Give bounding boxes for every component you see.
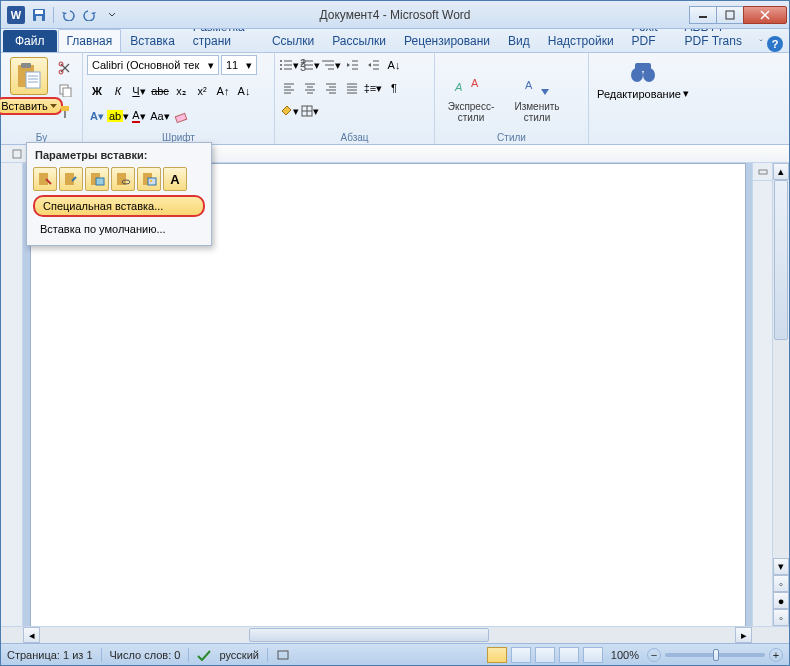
font-name-combo[interactable]: Calibri (Основной тек▾ xyxy=(87,55,219,75)
status-words[interactable]: Число слов: 0 xyxy=(110,649,181,661)
shrink-font-button[interactable]: A↓ xyxy=(234,81,254,101)
strikethrough-button[interactable]: abc xyxy=(150,81,170,101)
view-full-screen[interactable] xyxy=(511,647,531,663)
maximize-button[interactable] xyxy=(716,6,744,24)
align-center-icon xyxy=(304,82,316,94)
copy-button[interactable] xyxy=(55,81,75,99)
paste-dropdown-menu: Параметры вставки: A Специальная вставка… xyxy=(26,142,212,246)
tab-mailings[interactable]: Рассылки xyxy=(323,29,395,52)
file-tab[interactable]: Файл xyxy=(3,30,57,52)
paste-merge-button[interactable] xyxy=(59,167,83,191)
align-center-button[interactable] xyxy=(300,78,320,98)
superscript-button[interactable]: x² xyxy=(192,81,212,101)
tab-view[interactable]: Вид xyxy=(499,29,539,52)
editing-button[interactable]: Редактирование▾ xyxy=(593,55,693,100)
status-insert-mode[interactable] xyxy=(276,649,290,661)
paste-special-menuitem[interactable]: Специальная вставка... xyxy=(33,195,205,217)
scroll-down-button[interactable]: ▾ xyxy=(773,558,789,575)
font-color-button[interactable]: A▾ xyxy=(129,106,149,126)
tab-insert[interactable]: Вставка xyxy=(121,29,184,52)
paste-button[interactable]: Вставить xyxy=(5,55,53,115)
bullets-button[interactable]: ▾ xyxy=(279,55,299,75)
scroll-v-track[interactable] xyxy=(773,180,789,558)
text-effects-button[interactable]: A▾ xyxy=(87,106,107,126)
scroll-h-track[interactable] xyxy=(40,627,735,643)
multilevel-list-button[interactable]: ▾ xyxy=(321,55,341,75)
change-styles-button[interactable]: A Изменить стили xyxy=(505,63,569,123)
justify-button[interactable] xyxy=(342,78,362,98)
change-styles-label: Изменить стили xyxy=(505,101,569,123)
scroll-v-thumb[interactable] xyxy=(774,180,788,340)
prev-page-button[interactable]: ◦ xyxy=(773,575,789,592)
view-web-layout[interactable] xyxy=(535,647,555,663)
status-spellcheck[interactable] xyxy=(197,649,211,661)
ribbon-tabs: Файл Главная Вставка Разметка страни Ссы… xyxy=(1,29,789,53)
cut-button[interactable] xyxy=(55,59,75,77)
sort-button[interactable]: A↓ xyxy=(384,55,404,75)
horizontal-scrollbar[interactable]: ◂ ▸ xyxy=(1,626,789,643)
paste-picture-button[interactable] xyxy=(85,167,109,191)
view-outline[interactable] xyxy=(559,647,579,663)
clear-formatting-button[interactable] xyxy=(171,106,191,126)
zoom-percent[interactable]: 100% xyxy=(611,649,639,661)
italic-button[interactable]: К xyxy=(108,81,128,101)
bold-button[interactable]: Ж xyxy=(87,81,107,101)
minimize-ribbon-button[interactable]: ˇ xyxy=(759,38,763,50)
borders-icon xyxy=(301,105,313,117)
redo-button[interactable] xyxy=(80,5,100,25)
quick-styles-button[interactable]: AA Экспресс-стили xyxy=(439,63,503,123)
status-page[interactable]: Страница: 1 из 1 xyxy=(7,649,93,661)
browse-object-button[interactable]: ● xyxy=(773,592,789,609)
show-marks-button[interactable]: ¶ xyxy=(384,78,404,98)
scissors-icon xyxy=(58,61,72,75)
paste-split-button[interactable]: Вставить xyxy=(0,97,63,115)
status-language[interactable]: русский xyxy=(219,649,258,661)
next-page-button[interactable]: ◦ xyxy=(773,609,789,626)
undo-button[interactable] xyxy=(58,5,78,25)
change-case-button[interactable]: Aa▾ xyxy=(150,106,170,126)
outdent-icon xyxy=(346,59,358,71)
eraser-icon xyxy=(174,109,188,123)
scroll-h-thumb[interactable] xyxy=(249,628,489,642)
paste-link-button[interactable] xyxy=(111,167,135,191)
view-print-layout[interactable] xyxy=(487,647,507,663)
align-right-button[interactable] xyxy=(321,78,341,98)
paste-default-menuitem[interactable]: Вставка по умолчанию... xyxy=(33,219,205,239)
qat-customize-button[interactable] xyxy=(102,5,122,25)
close-button[interactable] xyxy=(743,6,787,24)
save-button[interactable] xyxy=(29,5,49,25)
line-spacing-button[interactable]: ‡≡▾ xyxy=(363,78,383,98)
scroll-right-button[interactable]: ▸ xyxy=(735,627,752,643)
help-button[interactable]: ? xyxy=(767,36,783,52)
borders-button[interactable]: ▾ xyxy=(300,101,320,121)
shading-button[interactable]: ▾ xyxy=(279,101,299,121)
tab-review[interactable]: Рецензировани xyxy=(395,29,499,52)
align-left-button[interactable] xyxy=(279,78,299,98)
zoom-out-button[interactable]: − xyxy=(647,648,661,662)
view-draft[interactable] xyxy=(583,647,603,663)
numbering-button[interactable]: 123▾ xyxy=(300,55,320,75)
scroll-left-button[interactable]: ◂ xyxy=(23,627,40,643)
grow-font-button[interactable]: A↑ xyxy=(213,81,233,101)
zoom-slider-knob[interactable] xyxy=(713,649,719,661)
tab-addins[interactable]: Надстройки xyxy=(539,29,623,52)
subscript-button[interactable]: x₂ xyxy=(171,81,191,101)
highlight-color-button[interactable]: ab▾ xyxy=(108,106,128,126)
format-painter-button[interactable] xyxy=(55,103,75,121)
tab-home[interactable]: Главная xyxy=(58,29,122,52)
vertical-ruler[interactable] xyxy=(1,163,23,626)
tab-references[interactable]: Ссылки xyxy=(263,29,323,52)
increase-indent-button[interactable] xyxy=(363,55,383,75)
vertical-scrollbar[interactable]: ▴ ▾ ◦ ● ◦ xyxy=(772,163,789,626)
decrease-indent-button[interactable] xyxy=(342,55,362,75)
paste-text-only-button[interactable]: A xyxy=(163,167,187,191)
paste-keep-source-button[interactable] xyxy=(33,167,57,191)
zoom-in-button[interactable]: + xyxy=(769,648,783,662)
ruler-toggle-right[interactable] xyxy=(753,163,772,181)
zoom-slider[interactable] xyxy=(665,653,765,657)
underline-button[interactable]: Ч▾ xyxy=(129,81,149,101)
paste-keep-text-button[interactable] xyxy=(137,167,161,191)
font-size-combo[interactable]: 11▾ xyxy=(221,55,257,75)
minimize-button[interactable] xyxy=(689,6,717,24)
scroll-up-button[interactable]: ▴ xyxy=(773,163,789,180)
